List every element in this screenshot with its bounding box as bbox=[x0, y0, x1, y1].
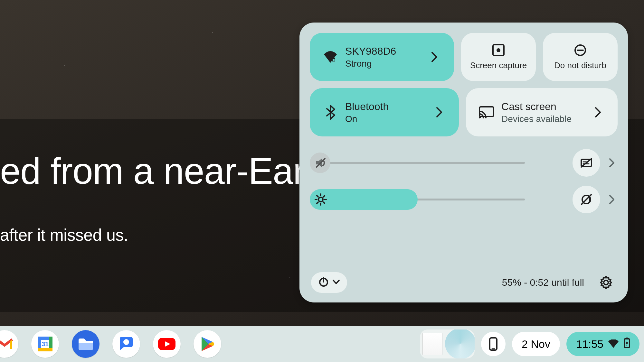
app-youtube[interactable] bbox=[153, 330, 181, 358]
bluetooth-state: On bbox=[345, 114, 431, 124]
svg-point-33 bbox=[123, 339, 129, 345]
audio-settings-expand[interactable] bbox=[606, 158, 618, 168]
app-gmail[interactable] bbox=[0, 330, 18, 358]
svg-rect-38 bbox=[626, 338, 628, 339]
settings-button[interactable] bbox=[596, 272, 616, 293]
chevron-right-icon[interactable] bbox=[431, 107, 447, 118]
svg-line-21 bbox=[317, 202, 318, 203]
cast-tile[interactable]: Cast screen Devices available bbox=[466, 88, 618, 136]
night-light-off-icon bbox=[580, 193, 593, 206]
svg-line-18 bbox=[317, 196, 318, 197]
dnd-icon bbox=[573, 43, 587, 57]
screen-capture-icon bbox=[492, 43, 505, 57]
wifi-ssid: SKY988D6 bbox=[345, 45, 426, 57]
svg-rect-35 bbox=[490, 338, 497, 350]
phone-hub-button[interactable] bbox=[481, 332, 506, 356]
quick-settings-panel: SKY988D6 Strong Screen capture Do not di… bbox=[299, 23, 628, 302]
dnd-label: Do not disturb bbox=[554, 60, 606, 71]
status-tray[interactable]: 11:55 bbox=[566, 332, 639, 356]
volume-muted-icon bbox=[314, 156, 327, 169]
svg-point-3 bbox=[497, 48, 500, 52]
captions-toggle[interactable] bbox=[573, 149, 600, 177]
app-play-store[interactable] bbox=[194, 330, 221, 358]
power-menu-button[interactable] bbox=[311, 272, 347, 293]
dnd-tile[interactable]: Do not disturb bbox=[543, 33, 618, 81]
app-messages[interactable] bbox=[112, 330, 140, 358]
svg-rect-1 bbox=[333, 59, 335, 61]
shelf-date: 2 Nov bbox=[522, 338, 550, 350]
headline-text: ed from a near-Ear bbox=[0, 150, 305, 192]
bluetooth-icon bbox=[321, 105, 339, 120]
svg-point-7 bbox=[479, 116, 481, 118]
wifi-signal: Strong bbox=[345, 59, 426, 69]
svg-line-19 bbox=[323, 202, 325, 203]
battery-status-text: 55% - 0:52 until full bbox=[502, 277, 584, 288]
screen-capture-tile[interactable]: Screen capture bbox=[461, 33, 536, 81]
wifi-status-icon bbox=[608, 338, 619, 350]
bluetooth-tile[interactable]: Bluetooth On bbox=[310, 88, 459, 136]
display-settings-expand[interactable] bbox=[606, 195, 618, 204]
night-light-toggle[interactable] bbox=[573, 186, 600, 213]
svg-rect-31 bbox=[38, 348, 52, 351]
power-icon bbox=[318, 276, 329, 289]
wifi-tile[interactable]: SKY988D6 Strong bbox=[310, 33, 454, 81]
subhead-text: after it missed us. bbox=[0, 225, 128, 245]
app-files[interactable] bbox=[72, 330, 99, 358]
cast-icon bbox=[478, 106, 496, 119]
captions-off-icon bbox=[580, 157, 593, 168]
gear-icon bbox=[599, 275, 613, 290]
screen-capture-label: Screen capture bbox=[470, 60, 527, 71]
svg-text:31: 31 bbox=[42, 340, 49, 348]
battery-charging-icon bbox=[623, 337, 630, 351]
cast-title: Cast screen bbox=[501, 101, 590, 113]
phone-icon bbox=[489, 337, 498, 351]
brightness-slider[interactable] bbox=[310, 189, 535, 210]
volume-slider[interactable] bbox=[310, 153, 535, 173]
svg-point-26 bbox=[604, 280, 608, 285]
app-calendar[interactable]: 31 bbox=[31, 330, 59, 358]
svg-line-20 bbox=[323, 196, 325, 197]
holding-space[interactable] bbox=[420, 330, 475, 358]
shelf-time: 11:55 bbox=[576, 338, 603, 350]
chevron-right-icon[interactable] bbox=[426, 51, 442, 62]
wifi-icon bbox=[321, 51, 339, 63]
cast-sub: Devices available bbox=[501, 114, 590, 124]
chevron-right-icon[interactable] bbox=[590, 107, 606, 118]
date-chip[interactable]: 2 Nov bbox=[512, 332, 560, 356]
brightness-icon bbox=[314, 193, 327, 206]
shelf: 31 2 Nov 11:55 bbox=[0, 326, 644, 362]
bluetooth-title: Bluetooth bbox=[345, 101, 431, 113]
chevron-down-icon bbox=[332, 279, 340, 286]
svg-point-13 bbox=[318, 197, 323, 202]
